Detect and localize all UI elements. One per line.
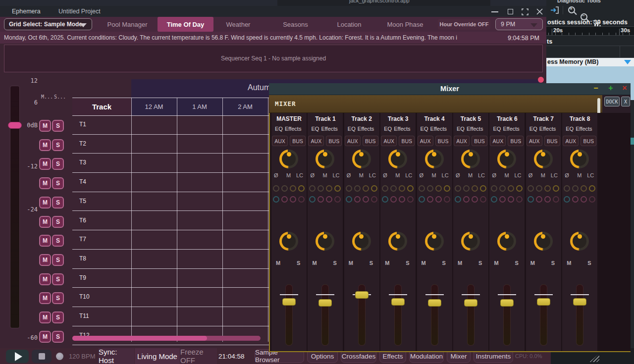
channel-fader-handle[interactable]	[391, 298, 405, 306]
send-led[interactable]	[508, 185, 514, 192]
bus-button[interactable]: BUS	[363, 136, 378, 146]
pan-knob[interactable]	[316, 232, 334, 251]
track-solo-button[interactable]: S	[52, 273, 64, 285]
track-solo-button[interactable]: S	[52, 235, 64, 247]
return-led[interactable]	[528, 196, 534, 203]
zoom-in-icon[interactable]: +	[568, 6, 575, 13]
mixer-titlebar[interactable]: Mixer − + ×	[269, 83, 631, 95]
return-led[interactable]	[382, 196, 388, 203]
send-led[interactable]	[354, 185, 361, 192]
gain-knob[interactable]	[316, 150, 334, 168]
channel-fader-handle[interactable]	[500, 299, 514, 307]
send-led[interactable]	[589, 185, 595, 192]
eq-button[interactable]: EQ	[493, 126, 501, 132]
mixer-add-button[interactable]: +	[606, 84, 616, 95]
send-led[interactable]	[581, 185, 587, 192]
return-led[interactable]	[346, 196, 352, 203]
return-led[interactable]	[290, 196, 296, 203]
maximize-button[interactable]	[505, 7, 516, 16]
return-led[interactable]	[309, 196, 316, 203]
channel-fader-track[interactable]	[503, 284, 511, 346]
send-led[interactable]	[273, 185, 279, 192]
channel-fader-handle[interactable]	[428, 299, 441, 307]
eq-button[interactable]: EQ	[348, 126, 356, 132]
track-mute-button[interactable]: M	[39, 273, 51, 285]
channel-fader-track[interactable]	[467, 284, 475, 346]
send-led[interactable]	[528, 185, 534, 192]
process-memory-row[interactable]: ess Memory (MB)	[546, 58, 634, 66]
return-led[interactable]	[298, 196, 305, 203]
return-led[interactable]	[572, 196, 579, 203]
send-led[interactable]	[407, 185, 414, 192]
channel-fader-track[interactable]	[321, 284, 329, 346]
return-led[interactable]	[581, 196, 587, 203]
return-led[interactable]	[334, 196, 341, 203]
pan-knob[interactable]	[352, 232, 371, 251]
send-led[interactable]	[455, 185, 461, 192]
return-led[interactable]	[544, 196, 551, 203]
send-led[interactable]	[363, 185, 369, 192]
send-led[interactable]	[444, 185, 450, 192]
resize-grip[interactable]	[589, 354, 599, 362]
return-led[interactable]	[399, 196, 405, 203]
gain-knob[interactable]	[352, 150, 371, 168]
return-led[interactable]	[553, 196, 559, 203]
channel-fader-track[interactable]	[576, 284, 583, 346]
channel-fader-track[interactable]	[540, 284, 547, 346]
gain-knob[interactable]	[570, 150, 589, 168]
return-led[interactable]	[516, 196, 523, 203]
track-solo-button[interactable]: S	[52, 216, 64, 228]
return-led[interactable]	[317, 196, 324, 203]
sequencer-box[interactable]: Sequencer Seq 1 - No sample assigned	[4, 45, 543, 72]
effects-button[interactable]: Effects	[285, 126, 301, 132]
tab-seasons[interactable]: Seasons	[270, 17, 321, 32]
grid-select-dropdown[interactable]: Grid Select: Sample Mode	[4, 18, 92, 30]
send-led[interactable]	[334, 185, 341, 192]
effects-button[interactable]: Effects	[430, 126, 447, 132]
sync-toggle[interactable]: Sync: Host	[99, 348, 134, 364]
eq-button[interactable]: EQ	[566, 126, 574, 132]
mixer-x-button[interactable]: X	[621, 97, 630, 106]
mixer-dock-button[interactable]: DOCK	[604, 97, 620, 106]
track-solo-button[interactable]: S	[52, 292, 64, 304]
send-led[interactable]	[281, 185, 288, 192]
hour-select-dropdown[interactable]: 9 PM	[495, 18, 543, 30]
track-solo-button[interactable]: S	[52, 312, 64, 323]
return-led[interactable]	[435, 196, 442, 203]
return-led[interactable]	[536, 196, 542, 203]
tab-moon-phase[interactable]: Moon Phase	[379, 17, 431, 32]
gain-knob[interactable]	[497, 150, 516, 168]
effects-button[interactable]: Effects	[539, 126, 556, 132]
return-led[interactable]	[491, 196, 497, 203]
track-mute-button[interactable]: M	[39, 139, 51, 151]
effects-button[interactable]: Effects	[503, 126, 519, 132]
track-solo-button[interactable]: S	[52, 254, 64, 266]
track-mute-button[interactable]: M	[39, 177, 51, 189]
close-button[interactable]	[534, 7, 545, 16]
aux-button[interactable]: AUX	[418, 136, 433, 146]
aux-button[interactable]: AUX	[490, 136, 506, 146]
return-led[interactable]	[508, 196, 514, 203]
tab-weather[interactable]: Weather	[214, 17, 262, 32]
send-led[interactable]	[553, 185, 559, 192]
aux-button[interactable]: AUX	[563, 136, 579, 146]
aux-button[interactable]: AUX	[381, 136, 397, 146]
pan-knob[interactable]	[497, 232, 516, 251]
send-led[interactable]	[491, 185, 497, 192]
send-led[interactable]	[435, 185, 442, 192]
return-led[interactable]	[419, 196, 425, 203]
return-led[interactable]	[499, 196, 506, 203]
aux-button[interactable]: AUX	[454, 136, 470, 146]
return-led[interactable]	[371, 196, 377, 203]
bus-button[interactable]: BUS	[435, 136, 451, 146]
send-led[interactable]	[390, 185, 397, 192]
pan-knob[interactable]	[388, 232, 407, 251]
send-led[interactable]	[371, 185, 377, 192]
diagnostics-timeline-ruler[interactable]: 20s 30s	[546, 26, 634, 36]
send-led[interactable]	[536, 185, 542, 192]
mixer-close-button[interactable]: ×	[620, 84, 630, 95]
gain-knob[interactable]	[425, 150, 444, 168]
effects-button[interactable]: Effects	[576, 126, 592, 132]
track-mute-button[interactable]: M	[39, 120, 51, 132]
pan-knob[interactable]	[279, 232, 298, 251]
